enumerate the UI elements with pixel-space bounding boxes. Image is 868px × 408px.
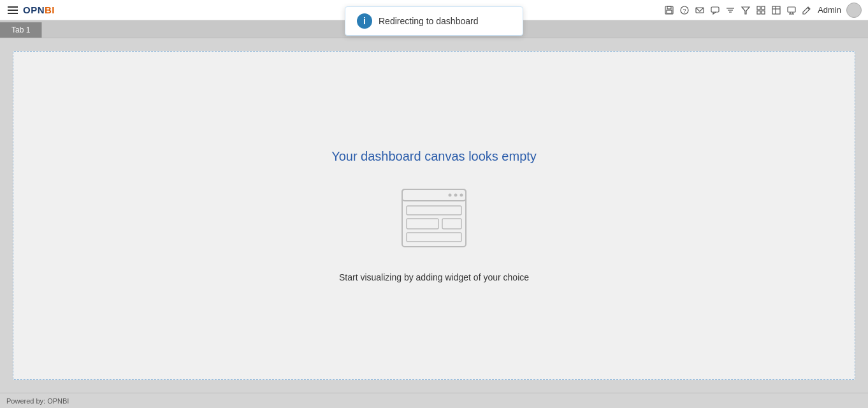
- canvas-area: Your dashboard canvas looks empty: [13, 51, 855, 380]
- svg-marker-10: [742, 7, 749, 14]
- toast-notification: i Redirecting to dashboard: [345, 6, 523, 36]
- empty-dashboard-icon: [393, 177, 475, 259]
- svg-rect-13: [757, 11, 760, 14]
- svg-rect-30: [442, 219, 461, 229]
- svg-rect-6: [711, 7, 719, 12]
- navbar-right: ?: [663, 3, 862, 18]
- tab-1[interactable]: Tab 1: [0, 22, 42, 38]
- edit-icon[interactable]: [801, 4, 813, 16]
- logo: OPNBI: [23, 4, 55, 15]
- svg-rect-11: [757, 6, 760, 10]
- filter-icon[interactable]: [725, 4, 736, 16]
- svg-rect-14: [762, 11, 765, 14]
- svg-rect-23: [402, 189, 466, 247]
- hamburger-icon[interactable]: [6, 5, 19, 15]
- svg-rect-28: [407, 206, 461, 215]
- svg-point-25: [449, 193, 452, 196]
- svg-rect-31: [407, 233, 461, 242]
- admin-label: Admin: [818, 5, 841, 15]
- table-icon[interactable]: [770, 4, 782, 16]
- save-icon[interactable]: [663, 4, 675, 16]
- powered-by: Powered by: OPNBI: [6, 397, 69, 405]
- svg-text:?: ?: [683, 8, 686, 14]
- main-content: Your dashboard canvas looks empty: [0, 38, 868, 393]
- grid-icon[interactable]: [755, 4, 767, 16]
- navbar-left: OPNBI: [6, 4, 55, 15]
- svg-point-27: [460, 193, 463, 196]
- toast-message: Redirecting to dashboard: [379, 16, 478, 26]
- logo-opn: OPN: [23, 4, 45, 15]
- svg-rect-29: [407, 219, 438, 229]
- svg-rect-15: [772, 6, 780, 14]
- email-icon[interactable]: [694, 4, 705, 16]
- svg-rect-18: [788, 7, 795, 12]
- svg-rect-1: [667, 6, 671, 9]
- filter2-icon[interactable]: [740, 4, 751, 16]
- nav-icons: ?: [663, 4, 813, 16]
- toast-icon: i: [357, 13, 372, 29]
- chat-icon[interactable]: [709, 4, 721, 16]
- canvas-title: Your dashboard canvas looks empty: [331, 149, 537, 164]
- svg-rect-12: [762, 6, 765, 10]
- svg-point-26: [454, 193, 458, 196]
- svg-rect-2: [667, 10, 672, 13]
- logo-bi: BI: [45, 4, 55, 15]
- avatar: [846, 3, 862, 18]
- screen-icon[interactable]: [786, 4, 797, 16]
- footer: Powered by: OPNBI: [0, 393, 868, 408]
- help-icon[interactable]: ?: [679, 4, 690, 16]
- canvas-subtitle: Start visualizing by adding widget of yo…: [339, 272, 529, 282]
